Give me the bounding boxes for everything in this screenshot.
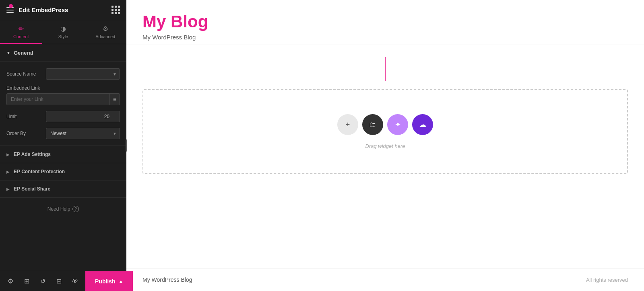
style-tab-icon: ◑: [60, 25, 66, 33]
ep-ads-arrow-icon: ▶: [6, 152, 10, 157]
publish-label: Publish: [95, 278, 116, 285]
source-name-label: Source Name: [6, 71, 43, 77]
order-by-wrapper: Newest Oldest Popular ▼: [46, 128, 120, 139]
sidebar-content: ▼ General Source Name ▼ Embedded Link: [0, 44, 126, 271]
footer-icons: ⚙ ⊞ ↺ ⊟ 👁: [0, 274, 85, 289]
order-by-label: Order By: [6, 131, 43, 136]
help-circle-icon: ?: [72, 206, 79, 212]
limit-label: Limit: [6, 114, 43, 119]
ep-content-arrow-icon: ▶: [6, 170, 10, 174]
order-by-row: Order By Newest Oldest Popular ▼: [6, 128, 120, 139]
general-section-header[interactable]: ▼ General: [0, 44, 126, 62]
source-name-row: Source Name ▼: [6, 68, 120, 80]
ep-ads-settings-section: ▶ EP Ads Settings: [0, 146, 126, 163]
footer-rights-text: All rights reserved: [586, 277, 628, 283]
source-name-wrapper: ▼: [46, 68, 120, 80]
tab-style[interactable]: ◑ Style: [42, 20, 85, 44]
limit-wrapper: [46, 111, 120, 122]
cloud-widget-button[interactable]: ☁: [412, 114, 433, 135]
tab-advanced-label: Advanced: [95, 34, 115, 39]
link-input-wrapper: ≡: [6, 93, 120, 105]
limit-input[interactable]: [46, 111, 120, 122]
star-widget-button[interactable]: ✦: [387, 114, 408, 135]
settings-footer-button[interactable]: ⚙: [3, 274, 18, 289]
grid-apps-icon[interactable]: [111, 6, 120, 14]
embedded-link-input[interactable]: [7, 94, 109, 105]
resize-handle-bar: [126, 139, 127, 152]
main-content: My Blog My WordPress Blog + 🗂 ✦ ☁ Drag w…: [126, 0, 644, 291]
publish-chevron-icon: ▲: [119, 279, 124, 284]
general-section-label: General: [14, 50, 33, 56]
page-header: My Blog My WordPress Blog: [126, 0, 644, 45]
tab-content[interactable]: ✏ Content: [0, 20, 42, 44]
folder-widget-button[interactable]: 🗂: [362, 114, 383, 135]
tab-content-label: Content: [13, 34, 29, 39]
order-by-select[interactable]: Newest Oldest Popular: [46, 128, 120, 139]
ep-content-protection-label: EP Content Protection: [14, 169, 65, 174]
link-options-button[interactable]: ≡: [109, 94, 120, 105]
page-footer: My WordPress Blog All rights reserved: [126, 268, 644, 291]
page-frame: My Blog My WordPress Blog + 🗂 ✦ ☁ Drag w…: [126, 0, 644, 291]
general-form: Source Name ▼ Embedded Link ≡ Limit: [0, 62, 126, 146]
ep-content-protection-section: ▶ EP Content Protection: [0, 163, 126, 180]
blog-title: My Blog: [142, 12, 628, 31]
footer-blog-name: My WordPress Blog: [142, 277, 192, 283]
sidebar-footer: ⚙ ⊞ ↺ ⊟ 👁 Publish ▲: [0, 271, 126, 291]
responsive-footer-button[interactable]: ⊟: [52, 274, 66, 289]
sidebar-title: Edit EmbedPress: [19, 6, 68, 13]
sidebar-header: Edit EmbedPress: [0, 0, 126, 20]
blog-subtitle: My WordPress Blog: [142, 34, 628, 41]
sidebar-tabs: ✏ Content ◑ Style ⚙ Advanced: [0, 20, 126, 44]
tab-advanced[interactable]: ⚙ Advanced: [84, 20, 126, 44]
ep-social-arrow-icon: ▶: [6, 187, 10, 191]
advanced-tab-icon: ⚙: [103, 25, 108, 33]
layers-footer-button[interactable]: ⊞: [19, 274, 34, 289]
ep-content-protection-header[interactable]: ▶ EP Content Protection: [0, 163, 126, 180]
embedded-link-label: Embedded Link: [6, 85, 120, 91]
content-tab-icon: ✏: [19, 25, 24, 33]
add-widget-button[interactable]: +: [337, 114, 358, 135]
ep-social-share-header[interactable]: ▶ EP Social Share: [0, 180, 126, 197]
limit-row: Limit: [6, 111, 120, 122]
sidebar: Edit EmbedPress ✏ Content ◑ Style ⚙ Adva…: [0, 0, 126, 291]
ep-ads-settings-header[interactable]: ▶ EP Ads Settings: [0, 146, 126, 163]
widget-drop-zone[interactable]: + 🗂 ✦ ☁ Drag widget here: [142, 89, 628, 174]
embedded-link-stack: Embedded Link ≡: [6, 85, 120, 105]
page-body: + 🗂 ✦ ☁ Drag widget here: [126, 45, 644, 268]
sidebar-resize-handle[interactable]: [124, 0, 129, 291]
preview-footer-button[interactable]: 👁: [68, 274, 82, 289]
cursor-line: [385, 57, 386, 81]
widget-buttons: + 🗂 ✦ ☁: [337, 114, 433, 135]
ep-ads-settings-label: EP Ads Settings: [14, 152, 51, 157]
need-help-button[interactable]: Need Help ?: [0, 198, 126, 220]
tab-style-label: Style: [58, 34, 68, 39]
ep-social-share-section: ▶ EP Social Share: [0, 180, 126, 198]
drop-zone-text: Drag widget here: [365, 143, 405, 149]
source-name-select[interactable]: [46, 68, 120, 80]
history-footer-button[interactable]: ↺: [35, 274, 50, 289]
pink-dot: [9, 4, 13, 8]
general-arrow-icon: ▼: [6, 51, 10, 55]
ep-social-share-label: EP Social Share: [14, 186, 50, 192]
need-help-label: Need Help: [47, 206, 70, 212]
